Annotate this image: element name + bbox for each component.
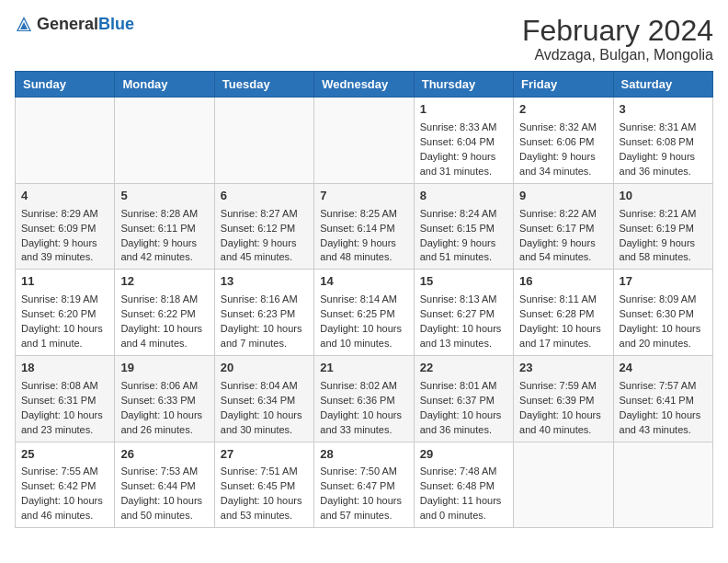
day-info: Sunrise: 7:50 AM Sunset: 6:47 PM Dayligh… xyxy=(320,465,407,523)
weekday-header-row: SundayMondayTuesdayWednesdayThursdayFrid… xyxy=(16,72,713,98)
day-info: Sunrise: 8:08 AM Sunset: 6:31 PM Dayligh… xyxy=(21,379,108,438)
day-info: Sunrise: 8:19 AM Sunset: 6:20 PM Dayligh… xyxy=(21,293,108,351)
calendar-day-cell xyxy=(214,98,313,184)
day-info: Sunrise: 7:53 AM Sunset: 6:44 PM Dayligh… xyxy=(120,465,208,523)
day-number: 27 xyxy=(221,446,308,464)
calendar-day-cell: 7Sunrise: 8:25 AM Sunset: 6:14 PM Daylig… xyxy=(314,183,414,270)
month-title: February 2024 xyxy=(522,15,713,47)
day-info: Sunrise: 8:24 AM Sunset: 6:15 PM Dayligh… xyxy=(420,207,507,266)
day-number: 7 xyxy=(320,188,407,205)
calendar-day-cell: 22Sunrise: 8:01 AM Sunset: 6:37 PM Dayli… xyxy=(414,355,513,442)
calendar-day-cell xyxy=(514,442,613,528)
calendar-table: SundayMondayTuesdayWednesdayThursdayFrid… xyxy=(15,71,713,528)
day-info: Sunrise: 8:18 AM Sunset: 6:22 PM Dayligh… xyxy=(120,293,208,351)
logo: GeneralBlue xyxy=(15,15,134,33)
day-info: Sunrise: 7:57 AM Sunset: 6:41 PM Dayligh… xyxy=(620,379,707,438)
calendar-week-row: 18Sunrise: 8:08 AM Sunset: 6:31 PM Dayli… xyxy=(16,355,713,442)
logo-text-blue: Blue xyxy=(98,16,134,32)
day-info: Sunrise: 8:32 AM Sunset: 6:06 PM Dayligh… xyxy=(519,121,607,179)
calendar-day-cell: 23Sunrise: 7:59 AM Sunset: 6:39 PM Dayli… xyxy=(514,355,613,442)
day-number: 29 xyxy=(420,446,507,464)
calendar-day-cell: 8Sunrise: 8:24 AM Sunset: 6:15 PM Daylig… xyxy=(414,183,513,270)
day-info: Sunrise: 7:48 AM Sunset: 6:48 PM Dayligh… xyxy=(420,465,507,523)
day-number: 14 xyxy=(320,273,407,291)
calendar-week-row: 4Sunrise: 8:29 AM Sunset: 6:09 PM Daylig… xyxy=(16,183,713,270)
day-info: Sunrise: 8:02 AM Sunset: 6:36 PM Dayligh… xyxy=(320,379,407,438)
day-info: Sunrise: 8:25 AM Sunset: 6:14 PM Dayligh… xyxy=(320,207,407,266)
calendar-day-cell xyxy=(314,98,414,184)
day-info: Sunrise: 7:51 AM Sunset: 6:45 PM Dayligh… xyxy=(221,465,308,523)
title-area: February 2024 Avdzaga, Bulgan, Mongolia xyxy=(522,15,713,63)
day-info: Sunrise: 8:33 AM Sunset: 6:04 PM Dayligh… xyxy=(420,121,507,179)
day-number: 3 xyxy=(620,101,707,119)
calendar-day-cell xyxy=(16,98,115,184)
calendar-day-cell: 26Sunrise: 7:53 AM Sunset: 6:44 PM Dayli… xyxy=(115,442,214,528)
day-number: 4 xyxy=(21,188,108,205)
calendar-day-cell: 27Sunrise: 7:51 AM Sunset: 6:45 PM Dayli… xyxy=(214,442,313,528)
calendar-day-cell: 24Sunrise: 7:57 AM Sunset: 6:41 PM Dayli… xyxy=(613,355,712,442)
day-number: 5 xyxy=(120,188,208,205)
day-number: 26 xyxy=(120,446,208,464)
calendar-day-cell: 13Sunrise: 8:16 AM Sunset: 6:23 PM Dayli… xyxy=(214,270,313,356)
calendar-day-cell: 14Sunrise: 8:14 AM Sunset: 6:25 PM Dayli… xyxy=(314,270,414,356)
day-number: 16 xyxy=(519,273,607,291)
day-number: 15 xyxy=(420,273,507,291)
calendar-day-cell xyxy=(613,442,712,528)
calendar-day-cell: 15Sunrise: 8:13 AM Sunset: 6:27 PM Dayli… xyxy=(414,270,513,356)
calendar-day-cell: 19Sunrise: 8:06 AM Sunset: 6:33 PM Dayli… xyxy=(115,355,214,442)
weekday-header: Friday xyxy=(514,72,613,98)
calendar-day-cell: 18Sunrise: 8:08 AM Sunset: 6:31 PM Dayli… xyxy=(16,355,115,442)
day-number: 13 xyxy=(221,273,308,291)
day-info: Sunrise: 7:55 AM Sunset: 6:42 PM Dayligh… xyxy=(21,465,108,523)
day-info: Sunrise: 8:16 AM Sunset: 6:23 PM Dayligh… xyxy=(221,293,308,351)
calendar-day-cell: 9Sunrise: 8:22 AM Sunset: 6:17 PM Daylig… xyxy=(514,183,613,270)
calendar-day-cell: 2Sunrise: 8:32 AM Sunset: 6:06 PM Daylig… xyxy=(514,98,613,184)
day-number: 8 xyxy=(420,188,507,205)
day-number: 21 xyxy=(320,360,407,377)
day-number: 6 xyxy=(221,188,308,205)
day-number: 20 xyxy=(221,360,308,377)
day-number: 12 xyxy=(120,273,208,291)
day-info: Sunrise: 8:06 AM Sunset: 6:33 PM Dayligh… xyxy=(120,379,208,438)
weekday-header: Thursday xyxy=(414,72,513,98)
day-number: 11 xyxy=(21,273,108,291)
logo-icon xyxy=(15,15,33,33)
calendar-day-cell: 20Sunrise: 8:04 AM Sunset: 6:34 PM Dayli… xyxy=(214,355,313,442)
calendar-day-cell: 10Sunrise: 8:21 AM Sunset: 6:19 PM Dayli… xyxy=(613,183,712,270)
location-title: Avdzaga, Bulgan, Mongolia xyxy=(522,47,713,63)
calendar-day-cell: 4Sunrise: 8:29 AM Sunset: 6:09 PM Daylig… xyxy=(16,183,115,270)
day-number: 19 xyxy=(120,360,208,377)
calendar-day-cell: 11Sunrise: 8:19 AM Sunset: 6:20 PM Dayli… xyxy=(16,270,115,356)
calendar-week-row: 11Sunrise: 8:19 AM Sunset: 6:20 PM Dayli… xyxy=(16,270,713,356)
weekday-header: Wednesday xyxy=(314,72,414,98)
logo-text-general: General xyxy=(37,16,98,32)
day-number: 1 xyxy=(420,101,507,119)
calendar-day-cell: 3Sunrise: 8:31 AM Sunset: 6:08 PM Daylig… xyxy=(613,98,712,184)
calendar-week-row: 25Sunrise: 7:55 AM Sunset: 6:42 PM Dayli… xyxy=(16,442,713,528)
day-number: 22 xyxy=(420,360,507,377)
day-number: 10 xyxy=(620,188,707,205)
calendar-day-cell: 5Sunrise: 8:28 AM Sunset: 6:11 PM Daylig… xyxy=(115,183,214,270)
calendar-day-cell: 21Sunrise: 8:02 AM Sunset: 6:36 PM Dayli… xyxy=(314,355,414,442)
day-info: Sunrise: 8:28 AM Sunset: 6:11 PM Dayligh… xyxy=(120,207,208,266)
day-info: Sunrise: 8:01 AM Sunset: 6:37 PM Dayligh… xyxy=(420,379,507,438)
day-number: 25 xyxy=(21,446,108,464)
day-number: 17 xyxy=(620,273,707,291)
calendar-day-cell xyxy=(115,98,214,184)
page-header: GeneralBlue February 2024 Avdzaga, Bulga… xyxy=(15,15,713,63)
day-info: Sunrise: 8:29 AM Sunset: 6:09 PM Dayligh… xyxy=(21,207,108,266)
day-info: Sunrise: 8:21 AM Sunset: 6:19 PM Dayligh… xyxy=(620,207,707,266)
day-number: 9 xyxy=(519,188,607,205)
day-info: Sunrise: 8:27 AM Sunset: 6:12 PM Dayligh… xyxy=(221,207,308,266)
day-number: 18 xyxy=(21,360,108,377)
calendar-day-cell: 17Sunrise: 8:09 AM Sunset: 6:30 PM Dayli… xyxy=(613,270,712,356)
day-info: Sunrise: 8:31 AM Sunset: 6:08 PM Dayligh… xyxy=(620,121,707,179)
calendar-day-cell: 6Sunrise: 8:27 AM Sunset: 6:12 PM Daylig… xyxy=(214,183,313,270)
weekday-header: Sunday xyxy=(16,72,115,98)
calendar-day-cell: 16Sunrise: 8:11 AM Sunset: 6:28 PM Dayli… xyxy=(514,270,613,356)
day-info: Sunrise: 8:14 AM Sunset: 6:25 PM Dayligh… xyxy=(320,293,407,351)
day-number: 28 xyxy=(320,446,407,464)
day-info: Sunrise: 8:09 AM Sunset: 6:30 PM Dayligh… xyxy=(620,293,707,351)
calendar-day-cell: 12Sunrise: 8:18 AM Sunset: 6:22 PM Dayli… xyxy=(115,270,214,356)
day-number: 23 xyxy=(519,360,607,377)
